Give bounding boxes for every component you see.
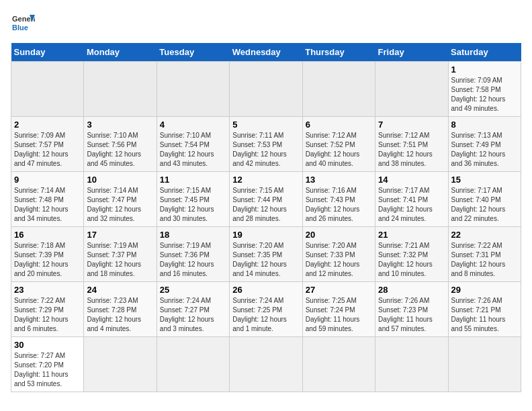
day-number: 14 — [378, 175, 445, 185]
day-number: 12 — [232, 175, 299, 185]
day-number: 23 — [14, 285, 81, 295]
day-info: Sunrise: 7:17 AM Sunset: 7:41 PM Dayligh… — [378, 186, 445, 224]
day-number: 20 — [306, 230, 372, 240]
calendar-cell: 5Sunrise: 7:11 AM Sunset: 7:53 PM Daylig… — [230, 117, 302, 172]
calendar-cell: 9Sunrise: 7:14 AM Sunset: 7:48 PM Daylig… — [11, 172, 84, 227]
calendar-cell — [375, 337, 448, 392]
calendar-week-row: 16Sunrise: 7:18 AM Sunset: 7:39 PM Dayli… — [11, 227, 521, 282]
day-number: 29 — [451, 285, 518, 295]
day-info: Sunrise: 7:13 AM Sunset: 7:49 PM Dayligh… — [451, 131, 518, 169]
calendar-cell — [157, 62, 229, 117]
weekday-header-monday: Monday — [84, 43, 157, 62]
calendar-table: SundayMondayTuesdayWednesdayThursdayFrid… — [11, 43, 521, 392]
calendar-cell: 26Sunrise: 7:24 AM Sunset: 7:25 PM Dayli… — [230, 282, 302, 337]
calendar-cell: 14Sunrise: 7:17 AM Sunset: 7:41 PM Dayli… — [375, 172, 448, 227]
day-info: Sunrise: 7:26 AM Sunset: 7:23 PM Dayligh… — [378, 296, 445, 334]
day-info: Sunrise: 7:11 AM Sunset: 7:53 PM Dayligh… — [232, 131, 299, 169]
day-info: Sunrise: 7:14 AM Sunset: 7:48 PM Dayligh… — [14, 186, 81, 224]
day-number: 17 — [87, 230, 153, 240]
day-number: 21 — [378, 230, 445, 240]
calendar-week-row: 1Sunrise: 7:09 AM Sunset: 7:58 PM Daylig… — [11, 62, 521, 117]
svg-text:Blue: Blue — [12, 24, 28, 32]
day-number: 15 — [451, 175, 518, 185]
calendar-week-row: 23Sunrise: 7:22 AM Sunset: 7:29 PM Dayli… — [11, 282, 521, 337]
calendar-cell: 11Sunrise: 7:15 AM Sunset: 7:45 PM Dayli… — [157, 172, 229, 227]
day-number: 10 — [87, 175, 153, 185]
calendar-cell: 23Sunrise: 7:22 AM Sunset: 7:29 PM Dayli… — [11, 282, 84, 337]
day-number: 2 — [14, 120, 81, 130]
day-info: Sunrise: 7:22 AM Sunset: 7:29 PM Dayligh… — [14, 296, 81, 334]
day-number: 30 — [14, 340, 81, 350]
day-number: 27 — [306, 285, 372, 295]
calendar-cell: 30Sunrise: 7:27 AM Sunset: 7:20 PM Dayli… — [11, 337, 84, 392]
day-info: Sunrise: 7:26 AM Sunset: 7:21 PM Dayligh… — [451, 296, 518, 334]
day-info: Sunrise: 7:19 AM Sunset: 7:36 PM Dayligh… — [160, 241, 226, 279]
day-number: 4 — [160, 120, 226, 130]
day-number: 5 — [232, 120, 299, 130]
calendar-cell: 19Sunrise: 7:20 AM Sunset: 7:35 PM Dayli… — [230, 227, 302, 282]
day-info: Sunrise: 7:10 AM Sunset: 7:56 PM Dayligh… — [87, 131, 153, 169]
calendar-cell: 6Sunrise: 7:12 AM Sunset: 7:52 PM Daylig… — [302, 117, 375, 172]
day-number: 9 — [14, 175, 81, 185]
calendar-cell — [375, 62, 448, 117]
weekday-header-saturday: Saturday — [448, 43, 521, 62]
calendar-cell: 8Sunrise: 7:13 AM Sunset: 7:49 PM Daylig… — [448, 117, 521, 172]
day-info: Sunrise: 7:23 AM Sunset: 7:28 PM Dayligh… — [87, 296, 153, 334]
calendar-cell: 2Sunrise: 7:09 AM Sunset: 7:57 PM Daylig… — [11, 117, 84, 172]
day-number: 26 — [232, 285, 299, 295]
weekday-header-row: SundayMondayTuesdayWednesdayThursdayFrid… — [11, 43, 521, 62]
day-info: Sunrise: 7:22 AM Sunset: 7:31 PM Dayligh… — [451, 241, 518, 279]
day-info: Sunrise: 7:18 AM Sunset: 7:39 PM Dayligh… — [14, 241, 81, 279]
day-number: 22 — [451, 230, 518, 240]
weekday-header-tuesday: Tuesday — [157, 43, 229, 62]
calendar-cell: 18Sunrise: 7:19 AM Sunset: 7:36 PM Dayli… — [157, 227, 229, 282]
weekday-header-wednesday: Wednesday — [230, 43, 302, 62]
calendar-cell: 21Sunrise: 7:21 AM Sunset: 7:32 PM Dayli… — [375, 227, 448, 282]
calendar-cell — [302, 62, 375, 117]
day-info: Sunrise: 7:27 AM Sunset: 7:20 PM Dayligh… — [14, 351, 81, 389]
day-number: 7 — [378, 120, 445, 130]
calendar-cell: 27Sunrise: 7:25 AM Sunset: 7:24 PM Dayli… — [302, 282, 375, 337]
calendar-cell — [11, 62, 84, 117]
calendar-cell — [230, 337, 302, 392]
day-info: Sunrise: 7:25 AM Sunset: 7:24 PM Dayligh… — [306, 296, 372, 334]
day-number: 18 — [160, 230, 226, 240]
calendar-cell — [230, 62, 302, 117]
day-number: 8 — [451, 120, 518, 130]
day-info: Sunrise: 7:21 AM Sunset: 7:32 PM Dayligh… — [378, 241, 445, 279]
day-info: Sunrise: 7:24 AM Sunset: 7:27 PM Dayligh… — [160, 296, 226, 334]
calendar-cell: 4Sunrise: 7:10 AM Sunset: 7:54 PM Daylig… — [157, 117, 229, 172]
calendar-week-row: 2Sunrise: 7:09 AM Sunset: 7:57 PM Daylig… — [11, 117, 521, 172]
day-info: Sunrise: 7:15 AM Sunset: 7:45 PM Dayligh… — [160, 186, 226, 224]
calendar-cell — [302, 337, 375, 392]
calendar-cell: 20Sunrise: 7:20 AM Sunset: 7:33 PM Dayli… — [302, 227, 375, 282]
calendar-cell: 13Sunrise: 7:16 AM Sunset: 7:43 PM Dayli… — [302, 172, 375, 227]
day-info: Sunrise: 7:09 AM Sunset: 7:57 PM Dayligh… — [14, 131, 81, 169]
day-info: Sunrise: 7:10 AM Sunset: 7:54 PM Dayligh… — [160, 131, 226, 169]
calendar-cell: 25Sunrise: 7:24 AM Sunset: 7:27 PM Dayli… — [157, 282, 229, 337]
day-number: 6 — [306, 120, 372, 130]
day-info: Sunrise: 7:20 AM Sunset: 7:35 PM Dayligh… — [232, 241, 299, 279]
calendar-cell — [157, 337, 229, 392]
calendar-cell — [84, 62, 157, 117]
calendar-week-row: 30Sunrise: 7:27 AM Sunset: 7:20 PM Dayli… — [11, 337, 521, 392]
weekday-header-thursday: Thursday — [302, 43, 375, 62]
day-number: 1 — [451, 64, 518, 75]
day-info: Sunrise: 7:19 AM Sunset: 7:37 PM Dayligh… — [87, 241, 153, 279]
day-info: Sunrise: 7:20 AM Sunset: 7:33 PM Dayligh… — [306, 241, 372, 279]
day-info: Sunrise: 7:14 AM Sunset: 7:47 PM Dayligh… — [87, 186, 153, 224]
day-number: 13 — [306, 175, 372, 185]
calendar-cell: 29Sunrise: 7:26 AM Sunset: 7:21 PM Dayli… — [448, 282, 521, 337]
calendar-cell: 24Sunrise: 7:23 AM Sunset: 7:28 PM Dayli… — [84, 282, 157, 337]
calendar-week-row: 9Sunrise: 7:14 AM Sunset: 7:48 PM Daylig… — [11, 172, 521, 227]
day-info: Sunrise: 7:17 AM Sunset: 7:40 PM Dayligh… — [451, 186, 518, 224]
calendar-cell: 16Sunrise: 7:18 AM Sunset: 7:39 PM Dayli… — [11, 227, 84, 282]
day-number: 3 — [87, 120, 153, 130]
calendar-cell: 17Sunrise: 7:19 AM Sunset: 7:37 PM Dayli… — [84, 227, 157, 282]
day-number: 28 — [378, 285, 445, 295]
weekday-header-friday: Friday — [375, 43, 448, 62]
day-number: 25 — [160, 285, 226, 295]
day-number: 24 — [87, 285, 153, 295]
calendar-cell: 15Sunrise: 7:17 AM Sunset: 7:40 PM Dayli… — [448, 172, 521, 227]
calendar-cell: 3Sunrise: 7:10 AM Sunset: 7:56 PM Daylig… — [84, 117, 157, 172]
